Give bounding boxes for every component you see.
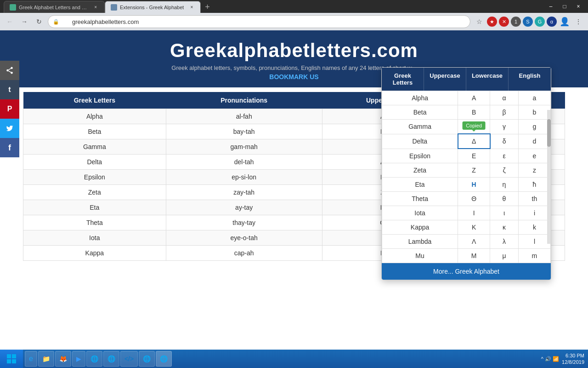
table-cell[interactable]: ep-si-lon (166, 170, 322, 185)
popup-table-cell[interactable]: Lambda (382, 235, 458, 249)
popup-table-cell[interactable]: m (518, 249, 550, 263)
popup-table-cell[interactable]: Gamma (382, 120, 458, 134)
taskbar-explorer[interactable]: 📁 (38, 351, 54, 367)
maximize-button[interactable]: □ (559, 2, 571, 11)
popup-table-cell[interactable]: Alpha (382, 91, 458, 105)
popup-table-cell[interactable]: Theta (382, 192, 458, 206)
tab-greek-letters[interactable]: Greek Alphabet Letters and S... × (4, 1, 105, 13)
popup-table-cell[interactable]: Θ (458, 192, 490, 206)
tab-close-1[interactable]: × (92, 4, 99, 11)
table-cell[interactable]: Gamma (23, 139, 166, 155)
tab-extensions[interactable]: Extensions - Greek Alphabet × (105, 1, 201, 13)
table-cell[interactable]: cap-ah (166, 246, 322, 261)
popup-table-cell[interactable]: d (518, 134, 550, 149)
popup-table-cell[interactable]: λ (490, 235, 519, 249)
social-tumblr-button[interactable]: t (0, 80, 19, 99)
popup-table-cell[interactable]: Mu (382, 249, 458, 263)
popup-table-cell[interactable]: Λ (458, 235, 490, 249)
popup-table-cell[interactable]: ħ (518, 178, 550, 192)
ext4-icon[interactable]: S (523, 17, 533, 27)
table-cell[interactable]: thay-tay (166, 215, 322, 230)
popup-table-cell[interactable]: Β (458, 105, 490, 120)
table-cell[interactable]: Theta (23, 215, 166, 230)
popup-table-cell[interactable]: Delta (382, 134, 458, 149)
popup-table-cell[interactable]: e (518, 149, 550, 163)
minimize-button[interactable]: – (545, 2, 557, 11)
popup-table-cell[interactable]: μ (490, 249, 519, 263)
popup-table-cell[interactable]: ε (490, 149, 519, 163)
popup-table-cell[interactable]: ζ (490, 163, 519, 178)
social-facebook-button[interactable]: f (0, 138, 19, 157)
table-cell[interactable]: Delta (23, 155, 166, 170)
popup-table-cell[interactable]: th (518, 192, 550, 206)
popup-table-cell[interactable]: a (518, 91, 550, 105)
taskbar-chrome3[interactable]: 🌐 (139, 351, 155, 367)
popup-table-cell[interactable]: k (518, 220, 550, 235)
popup-table-cell[interactable]: Eta (382, 178, 458, 192)
user-icon[interactable]: 👤 (559, 16, 571, 28)
ext5-icon[interactable]: G (535, 17, 545, 27)
popup-table-cell[interactable]: δ (490, 134, 519, 149)
forward-button[interactable]: → (18, 16, 30, 28)
popup-table-cell[interactable]: θ (490, 192, 519, 206)
popup-table-cell[interactable]: g (518, 120, 550, 134)
social-share-button[interactable] (0, 61, 19, 80)
table-cell[interactable]: eye-o-tah (166, 230, 322, 246)
address-input[interactable]: 🔒 greekalphabelletters.com (48, 15, 470, 28)
start-button[interactable] (0, 350, 23, 368)
table-cell[interactable]: Alpha (23, 109, 166, 124)
ext1-icon[interactable]: ★ (487, 17, 497, 27)
social-twitter-button[interactable] (0, 119, 19, 138)
popup-table-cell[interactable]: κ (490, 220, 519, 235)
table-cell[interactable]: Epsilon (23, 170, 166, 185)
popup-table-cell[interactable]: Kappa (382, 220, 458, 235)
ext2-icon[interactable]: ✕ (499, 17, 509, 27)
popup-table-cell[interactable]: Ε (458, 149, 490, 163)
popup-table-cell[interactable]: Ι (458, 206, 490, 220)
tab-close-2[interactable]: × (188, 4, 195, 11)
table-cell[interactable]: al-fah (166, 109, 322, 124)
popup-table-cell[interactable]: l (518, 235, 550, 249)
popup-table-cell[interactable]: α (490, 91, 519, 105)
popup-table-cell[interactable]: η (490, 178, 519, 192)
close-button[interactable]: × (572, 2, 584, 11)
taskbar-ie[interactable]: e (25, 351, 37, 367)
popup-table-cell[interactable]: Epsilon (382, 149, 458, 163)
menu-icon[interactable]: ⋮ (572, 16, 584, 28)
table-cell[interactable]: ay-tay (166, 200, 322, 215)
popup-table-cell[interactable]: Zeta (382, 163, 458, 178)
popup-table-cell[interactable]: β (490, 105, 519, 120)
popup-scrollbar-thumb[interactable] (547, 119, 551, 147)
popup-table-cell[interactable]: Ζ (458, 163, 490, 178)
popup-table-cell[interactable]: b (518, 105, 550, 120)
popup-more-button[interactable]: More... Greek Alphabet (382, 263, 551, 280)
taskbar-chrome[interactable]: 🌐 (86, 351, 102, 367)
table-cell[interactable]: del-tah (166, 155, 322, 170)
table-cell[interactable]: gam-mah (166, 139, 322, 155)
table-cell[interactable]: Beta (23, 124, 166, 139)
table-cell[interactable]: Eta (23, 200, 166, 215)
popup-table-cell[interactable]: Μ (458, 249, 490, 263)
popup-table-cell[interactable]: Α (458, 91, 490, 105)
taskbar-chrome2[interactable]: 🌐 (103, 351, 119, 367)
ext6-icon[interactable]: α (547, 17, 557, 27)
popup-table-cell[interactable]: i (518, 206, 550, 220)
bookmark-star-icon[interactable]: ☆ (473, 16, 485, 28)
popup-table-cell[interactable]: γ (490, 120, 519, 134)
taskbar-active-chrome[interactable]: 🌐 (156, 351, 172, 367)
popup-table-cell[interactable]: Κ (458, 220, 490, 235)
social-pinterest-button[interactable]: P (0, 99, 19, 119)
popup-table-cell[interactable]: ι (490, 206, 519, 220)
table-cell[interactable]: Zeta (23, 185, 166, 200)
popup-table-cell[interactable]: Iota (382, 206, 458, 220)
popup-table-cell[interactable]: z (518, 163, 550, 178)
popup-table-cell[interactable]: Η (458, 178, 490, 192)
back-button[interactable]: ← (4, 16, 16, 28)
taskbar-vscode[interactable]: </> (120, 351, 138, 367)
table-cell[interactable]: zay-tah (166, 185, 322, 200)
taskbar-media[interactable]: ▶ (72, 351, 85, 367)
table-cell[interactable]: Kappa (23, 246, 166, 261)
new-tab-button[interactable]: + (201, 1, 214, 13)
reload-button[interactable]: ↻ (33, 16, 45, 28)
popup-table-cell[interactable]: Beta (382, 105, 458, 120)
